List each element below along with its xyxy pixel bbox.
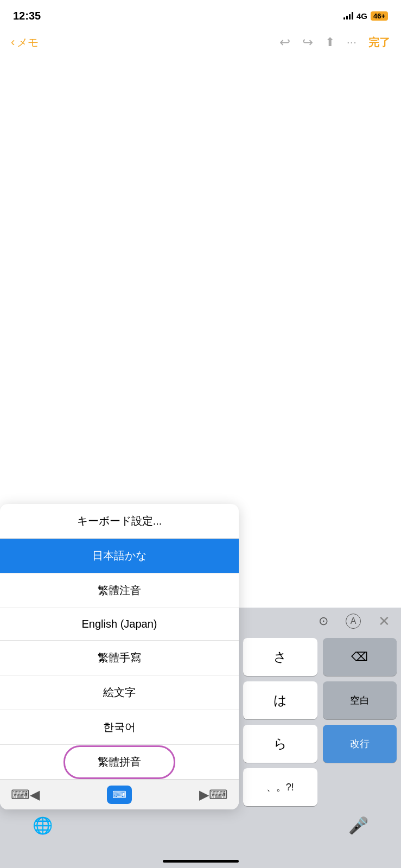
bottom-bar: 🌐 🎤 — [0, 809, 401, 868]
globe-icon[interactable]: 🌐 — [33, 816, 53, 835]
keyboard-switcher-popup: キーボード設定... 日本語かな 繁體注音 English (Japan) 繁體… — [0, 504, 239, 809]
done-button[interactable]: 完了 — [368, 35, 390, 50]
keyboard-row-2: は 空白 — [243, 681, 397, 719]
status-time: 12:35 — [13, 10, 41, 22]
key-delete[interactable]: ⌫ — [323, 638, 397, 676]
nav-actions: ↩ ↪ ⬆ ··· 完了 — [279, 35, 390, 50]
status-icons: 4G 46+ — [343, 11, 388, 21]
undo-icon[interactable]: ↩ — [279, 35, 290, 50]
note-content[interactable] — [0, 58, 401, 285]
back-arrow-icon: ‹ — [11, 35, 15, 49]
redo-icon[interactable]: ↪ — [302, 35, 313, 50]
popup-item-traditional-handwriting[interactable]: 繁體手寫 — [0, 641, 239, 675]
popup-item-korean[interactable]: 한국어 — [0, 710, 239, 745]
text-style-icon[interactable]: A — [346, 614, 361, 629]
share-icon[interactable]: ⬆ — [325, 35, 335, 49]
camera-icon[interactable]: ⊙ — [319, 614, 328, 628]
status-bar: 12:35 4G 46+ — [0, 0, 401, 27]
key-return[interactable]: 改行 — [323, 725, 397, 763]
nav-back-label: メモ — [17, 35, 39, 50]
keyboard-row-4: 、。?! — [243, 768, 397, 806]
popup-item-keyboard-settings[interactable]: キーボード設定... — [0, 504, 239, 539]
keyboard-row-3: ら 改行 — [243, 725, 397, 763]
keyboard-center-icon[interactable]: ⌨ — [107, 786, 132, 804]
battery-badge: 46+ — [371, 11, 388, 21]
popup-item-english-japan[interactable]: English (Japan) — [0, 608, 239, 641]
keyboard-right-icon[interactable]: ▶⌨ — [199, 787, 228, 802]
popup-item-traditional-bopomofo[interactable]: 繁體注音 — [0, 573, 239, 608]
key-ra[interactable]: ら — [243, 725, 317, 763]
keyboard-row-1: さ ⌫ — [243, 638, 397, 676]
nav-back[interactable]: ‹ メモ — [11, 35, 39, 50]
popup-item-traditional-pinyin[interactable]: 繁體拼音 — [0, 745, 239, 780]
signal-bars-icon — [343, 12, 353, 20]
key-empty — [323, 768, 397, 806]
network-label: 4G — [357, 11, 367, 21]
key-ha[interactable]: は — [243, 681, 317, 719]
key-space[interactable]: 空白 — [323, 681, 397, 719]
popup-item-emoji[interactable]: 絵文字 — [0, 675, 239, 710]
key-sa[interactable]: さ — [243, 638, 317, 676]
nav-bar: ‹ メモ ↩ ↪ ⬆ ··· 完了 — [0, 27, 401, 58]
more-icon[interactable]: ··· — [347, 35, 357, 49]
popup-item-japanese-kana[interactable]: 日本語かな — [0, 539, 239, 573]
keyboard-right-area: さ ⌫ は 空白 ら 改行 、。?! — [239, 635, 401, 809]
popup-bottom-bar: ⌨◀ ⌨ ▶⌨ — [0, 780, 239, 809]
mic-icon[interactable]: 🎤 — [348, 816, 368, 835]
home-indicator — [163, 860, 239, 863]
key-punctuation[interactable]: 、。?! — [243, 768, 317, 806]
keyboard-left-icon[interactable]: ⌨◀ — [11, 787, 40, 802]
close-keyboard-icon[interactable]: ✕ — [378, 613, 390, 630]
